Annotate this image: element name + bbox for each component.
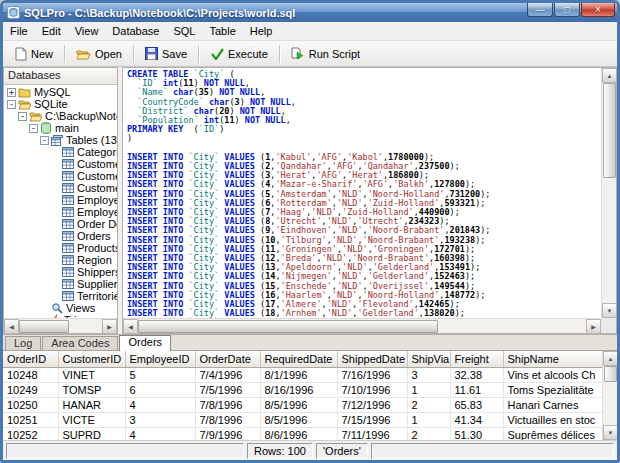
new-button[interactable]: New [7, 43, 61, 65]
column-header-customerid[interactable]: CustomerID [58, 351, 125, 367]
column-header-freight[interactable]: Freight [450, 351, 503, 367]
scroll-up-icon[interactable]: ▲ [602, 68, 617, 83]
grid-cell: 41.34 [450, 412, 503, 427]
grid-cell: 10252 [3, 427, 58, 440]
scroll-right-icon[interactable]: ▶ [586, 319, 601, 334]
tree-item-sqlite[interactable]: -SQLite [4, 98, 117, 110]
tree-item-orders[interactable]: Orders [4, 230, 117, 242]
scroll-down-icon[interactable]: ▼ [602, 303, 617, 318]
table-row[interactable]: 10248VINET57/4/19968/1/19967/16/1996332.… [3, 367, 602, 382]
tree-item-order-det[interactable]: Order Det [4, 218, 117, 230]
menu-table[interactable]: Table [202, 23, 242, 39]
tree-item-customer[interactable]: Customer [4, 158, 117, 170]
column-header-orderid[interactable]: OrderID [3, 351, 58, 367]
column-header-orderdate[interactable]: OrderDate [195, 351, 260, 367]
column-header-shippeddate[interactable]: ShippedDate [337, 351, 407, 367]
status-filler [371, 443, 614, 459]
table-icon [62, 195, 74, 205]
menu-view[interactable]: View [68, 23, 106, 39]
sidebar-horizontal-scrollbar[interactable]: ◀ ▶ [4, 318, 117, 333]
table-icon [62, 147, 74, 157]
tree-item-c-backup-notebook[interactable]: -C:\Backup\Notebook [4, 110, 117, 122]
sql-editor[interactable]: CREATE TABLE `City` ( `ID` int(11) NOT N… [123, 68, 601, 318]
open-button[interactable]: Open [68, 44, 130, 64]
tables-icon [51, 135, 63, 146]
tree-item-employee[interactable]: Employee [4, 206, 117, 218]
folder-icon [18, 87, 31, 98]
editor-horizontal-scrollbar[interactable]: ◀ ▶ [123, 318, 601, 333]
grid-cell: 7/10/1996 [337, 382, 407, 397]
title-bar[interactable]: SQLPro - C:\Backup\Notebook\C:\Projects\… [3, 3, 617, 22]
collapse-toggle-icon[interactable]: - [18, 112, 27, 121]
editor-vertical-scrollbar[interactable]: ▲ ▼ [601, 68, 616, 318]
tree-item-customer[interactable]: Customer [4, 182, 117, 194]
database-icon [40, 122, 52, 134]
table-row[interactable]: 10251VICTE37/8/19968/5/19967/15/1996141.… [3, 412, 602, 427]
grid-cell: 8/16/1996 [260, 382, 337, 397]
scroll-up-icon[interactable]: ▲ [603, 351, 618, 366]
grid-cell: 7/15/1996 [337, 412, 407, 427]
save-button[interactable]: Save [137, 43, 195, 64]
menu-help[interactable]: Help [243, 23, 280, 39]
grid-cell: 4 [125, 427, 195, 440]
grid-cell: HANAR [58, 397, 125, 412]
menu-sql[interactable]: SQL [166, 23, 202, 39]
collapse-toggle-icon[interactable]: - [29, 124, 38, 133]
status-message [6, 443, 244, 459]
tree-item-employee[interactable]: Employee [4, 194, 117, 206]
run-script-icon [291, 47, 305, 60]
databases-header[interactable]: Databases [4, 68, 117, 85]
tree-item-customer[interactable]: Customer [4, 170, 117, 182]
grid-cell: TOMSP [58, 382, 125, 397]
table-row[interactable]: 10249TOMSP67/5/19968/16/19967/10/1996111… [3, 382, 602, 397]
tree-item-main[interactable]: -main [4, 122, 117, 134]
tree-item-views[interactable]: Views [4, 302, 117, 314]
grid-cell: 3 [125, 412, 195, 427]
scroll-down-icon[interactable]: ▼ [603, 425, 618, 440]
app-window: SQLPro - C:\Backup\Notebook\C:\Projects\… [0, 0, 620, 463]
menu-file[interactable]: File [3, 23, 35, 39]
scroll-left-icon[interactable]: ◀ [4, 319, 19, 334]
scroll-right-icon[interactable]: ▶ [102, 319, 117, 334]
menu-database[interactable]: Database [105, 23, 166, 39]
scrollbar-thumb[interactable] [138, 320, 438, 333]
folder-open-icon [29, 111, 42, 122]
menu-edit[interactable]: Edit [35, 23, 68, 39]
folder-open-icon [18, 99, 31, 110]
tree-item-suppliers[interactable]: Suppliers [4, 278, 117, 290]
run-script-button[interactable]: Run Script [283, 43, 368, 64]
scroll-left-icon[interactable]: ◀ [123, 319, 138, 334]
column-header-shipname[interactable]: ShipName [503, 351, 602, 367]
expand-toggle-icon[interactable]: + [7, 88, 16, 97]
tab-area-codes[interactable]: Area Codes [42, 336, 118, 350]
grid-cell: 8/5/1996 [260, 397, 337, 412]
grid-cell: Vins et alcools Ch [503, 367, 602, 382]
database-tree: +MySQL-SQLite-C:\Backup\Notebook-main-Ta… [4, 85, 117, 318]
tree-item-products[interactable]: Products [4, 242, 117, 254]
table-row[interactable]: 10252SUPRD47/9/19968/6/19967/11/1996251.… [3, 427, 602, 440]
tree-item-mysql[interactable]: +MySQL [4, 86, 117, 98]
tree-item-categorie[interactable]: Categorie [4, 146, 117, 158]
tab-orders[interactable]: Orders [119, 335, 171, 351]
collapse-toggle-icon[interactable]: - [40, 136, 49, 145]
tree-item-tables-13[interactable]: -Tables (13) [4, 134, 117, 146]
column-header-shipvia[interactable]: ShipVia [407, 351, 450, 367]
tab-log[interactable]: Log [5, 336, 41, 350]
column-header-employeeid[interactable]: EmployeeID [125, 351, 195, 367]
scrollbar-thumb[interactable] [603, 83, 616, 178]
grid-vertical-scrollbar[interactable]: ▲ ▼ [602, 351, 617, 440]
execute-button[interactable]: Execute [202, 44, 276, 64]
scrollbar-thumb[interactable] [604, 366, 617, 382]
collapse-toggle-icon[interactable]: - [7, 100, 16, 109]
column-header-requireddate[interactable]: RequiredDate [260, 351, 337, 367]
minimize-button[interactable]: — [527, 3, 553, 17]
grid-cell: 2 [407, 397, 450, 412]
tree-item-territorie[interactable]: Territorie [4, 290, 117, 302]
scrollbar-thumb[interactable] [19, 320, 69, 333]
maximize-button[interactable]: □ [554, 3, 580, 17]
grid-cell: 8/1/1996 [260, 367, 337, 382]
tree-item-shippers[interactable]: Shippers [4, 266, 117, 278]
tree-item-region[interactable]: Region [4, 254, 117, 266]
close-button[interactable]: × [581, 3, 615, 17]
table-row[interactable]: 10250HANAR47/8/19968/5/19967/12/1996265.… [3, 397, 602, 412]
